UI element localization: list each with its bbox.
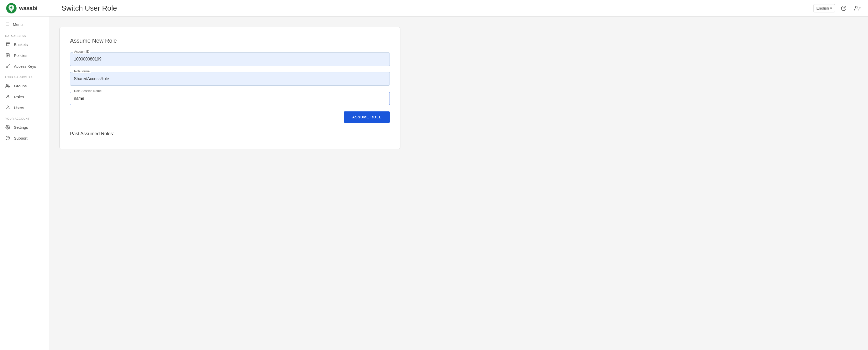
role-name-label: Role Name (73, 69, 91, 73)
account-chevron-icon: ▾ (859, 6, 861, 10)
topbar: wasabi Switch User Role English ▾ ▾ (0, 0, 868, 17)
sidebar-item-buckets[interactable]: Buckets (0, 39, 49, 50)
role-session-name-label: Role Session Name (73, 89, 102, 93)
sidebar-item-label: Support (14, 136, 28, 140)
sidebar-item-label: Users (14, 106, 24, 110)
svg-point-14 (7, 106, 8, 107)
help-button[interactable] (839, 4, 848, 13)
bucket-icon (5, 42, 10, 47)
sidebar: Menu Data Access Buckets Polici (0, 17, 49, 350)
help-icon (841, 5, 846, 11)
role-session-name-field: Role Session Name (70, 92, 390, 105)
account-id-field: Account ID (70, 53, 390, 66)
sidebar-item-users[interactable]: Users (0, 102, 49, 113)
sidebar-item-label: Buckets (14, 42, 28, 47)
hamburger-icon (5, 22, 10, 27)
card-title: Assume New Role (70, 37, 390, 44)
sidebar-item-support[interactable]: Support (0, 133, 49, 143)
sidebar-item-settings[interactable]: Settings (0, 122, 49, 133)
support-icon (5, 136, 10, 141)
role-name-field: Role Name (70, 72, 390, 86)
past-roles-title: Past Assumed Roles: (70, 131, 390, 137)
svg-point-15 (7, 127, 8, 128)
policy-icon (5, 53, 10, 58)
account-button[interactable]: ▾ (852, 4, 862, 13)
sidebar-item-label: Settings (14, 125, 28, 129)
wasabi-logo-icon (6, 3, 17, 13)
main-content: Assume New Role Account ID Role Name Rol… (49, 17, 868, 350)
account-id-label: Account ID (73, 50, 90, 54)
role-session-name-input[interactable] (70, 92, 390, 105)
account-icon (854, 5, 859, 11)
sidebar-item-access-keys[interactable]: Access Keys (0, 61, 49, 71)
logo: wasabi (6, 3, 55, 13)
menu-label: Menu (13, 22, 23, 27)
sidebar-item-label: Access Keys (14, 64, 36, 68)
roles-icon (5, 94, 10, 99)
role-name-input[interactable] (70, 72, 390, 86)
svg-point-13 (7, 95, 8, 97)
chevron-down-icon: ▾ (830, 6, 832, 10)
language-label: English (816, 6, 829, 10)
settings-icon (5, 125, 10, 130)
svg-point-11 (6, 66, 8, 67)
language-selector[interactable]: English ▾ (813, 4, 835, 12)
sidebar-item-roles[interactable]: Roles (0, 91, 49, 102)
section-label-data-access: Data Access (0, 30, 49, 39)
users-icon (5, 105, 10, 110)
account-id-input[interactable] (70, 53, 390, 66)
assume-role-button[interactable]: ASSUME ROLE (344, 111, 390, 123)
sidebar-item-label: Policies (14, 53, 27, 58)
menu-toggle[interactable]: Menu (0, 19, 49, 30)
topbar-right: English ▾ ▾ (813, 4, 862, 13)
sidebar-item-label: Roles (14, 95, 24, 99)
layout: Menu Data Access Buckets Polici (0, 17, 868, 350)
sidebar-item-groups[interactable]: Groups (0, 80, 49, 91)
svg-point-12 (6, 84, 8, 86)
assume-role-card: Assume New Role Account ID Role Name Rol… (59, 27, 400, 149)
sidebar-item-label: Groups (14, 84, 27, 88)
groups-icon (5, 83, 10, 88)
button-row: ASSUME ROLE (70, 111, 390, 123)
svg-point-3 (855, 6, 857, 8)
logo-text: wasabi (19, 5, 37, 11)
sidebar-item-policies[interactable]: Policies (0, 50, 49, 61)
key-icon (5, 64, 10, 69)
page-title: Switch User Role (55, 4, 813, 12)
section-label-your-account: Your Account (0, 113, 49, 122)
section-label-users-groups: Users & Groups (0, 71, 49, 80)
